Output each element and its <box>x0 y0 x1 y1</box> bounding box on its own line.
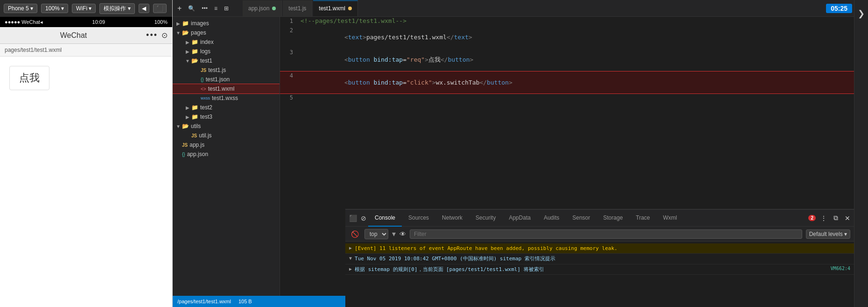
phone-demo-button[interactable]: 点我 <box>9 66 49 90</box>
tab-app-json-dot <box>272 7 276 10</box>
tree-item-logs[interactable]: ▶ 📁 logs <box>173 47 280 56</box>
devtools-tab-appdata-label: AppData <box>509 214 531 221</box>
devtools-prohibit-icon[interactable]: ⊘ <box>359 214 368 223</box>
devtools-tab-security[interactable]: Security <box>469 210 502 227</box>
folder-icon-test2: 📁 <box>191 104 198 111</box>
devtools-more-button[interactable]: ⋮ <box>819 214 829 223</box>
devtools-inspect-icon[interactable]: ⬛ <box>347 214 359 223</box>
context-select[interactable]: top <box>364 229 388 239</box>
console-entry-2: ▼ Tue Nov 05 2019 10:08:42 GMT+0800 (中国标… <box>345 254 854 264</box>
forward-button[interactable]: ⬛ <box>153 4 167 13</box>
network-dropdown[interactable]: WiFi ▾ <box>72 4 96 13</box>
devtools-tab-sources-label: Sources <box>408 214 429 221</box>
tree-item-test1[interactable]: ▼ 📂 test1 <box>173 56 280 65</box>
zoom-dropdown[interactable]: 100% ▾ <box>41 4 68 13</box>
arrow-test3: ▶ <box>184 114 191 120</box>
phone-toolbar: Phone 5 ▾ 100% ▾ WiFi ▾ 模拟操作 ▾ ◀ ⬛ <box>0 0 172 17</box>
tree-label-logs: logs <box>200 48 210 55</box>
expand-right-arrow[interactable]: ❯ <box>858 4 865 23</box>
tree-item-pages[interactable]: ▼ 📂 pages <box>173 28 280 37</box>
js-icon-app-js: JS <box>182 143 188 148</box>
error-badge: 2 <box>808 215 816 221</box>
add-tab-button[interactable]: + <box>175 3 184 14</box>
tree-item-util-js[interactable]: JS util.js <box>173 131 280 140</box>
tree-item-test1-json[interactable]: {} test1.json <box>173 75 280 84</box>
tab-test1-js-label: test1.js <box>288 5 306 12</box>
tree-label-app-json: app.json <box>187 151 208 157</box>
tree-label-test3: test3 <box>200 114 212 120</box>
devtools-tab-storage[interactable]: Storage <box>597 210 630 227</box>
clock-display: 05:25 <box>826 4 852 13</box>
layout-button[interactable]: ⊞ <box>221 4 231 13</box>
tab-app-json-label: app.json <box>248 5 269 12</box>
json-icon-app-json: {} <box>182 152 185 157</box>
devtools-tab-audits[interactable]: Audits <box>537 210 566 227</box>
phone-panel: Phone 5 ▾ 100% ▾ WiFi ▾ 模拟操作 ▾ ◀ ⬛ ●●●●●… <box>0 0 173 307</box>
tree-item-test1-wxss[interactable]: wxss test1.wxss <box>173 93 280 103</box>
operation-label: 模拟操作 <box>104 5 126 12</box>
arrow-test2: ▶ <box>184 105 191 110</box>
eye-icon[interactable]: 👁 <box>399 230 406 238</box>
devtools-tab-trace[interactable]: Trace <box>630 210 657 227</box>
devtools-tab-sensor[interactable]: Sensor <box>566 210 597 227</box>
folder-icon-test1: 📂 <box>191 57 198 64</box>
folder-icon-logs: 📁 <box>191 48 198 55</box>
tree-item-app-json[interactable]: {} app.json <box>173 150 280 159</box>
page-path-text: pages/test1/test1.wxml <box>5 47 62 53</box>
devtools-tab-network[interactable]: Network <box>435 210 469 227</box>
tree-item-test1-wxml[interactable]: <> test1.wxml <box>173 84 280 93</box>
wechat-record-btn[interactable]: ⊙ <box>161 31 168 40</box>
line-num-5: 5 <box>280 94 299 101</box>
console-arrow-2: ▼ <box>349 256 352 261</box>
more-button[interactable]: ••• <box>199 4 210 13</box>
console-filter-input[interactable] <box>410 229 802 239</box>
console-text-3: 根据 sitemap 的规则[0]，当前页面 [pages/test1/test… <box>355 266 828 273</box>
devtools-tab-audits-label: Audits <box>544 214 559 221</box>
tree-item-images[interactable]: ▶ 📁 images <box>173 19 280 28</box>
tree-item-index[interactable]: ▶ 📁 index <box>173 37 280 47</box>
clear-console-button[interactable]: 🚫 <box>349 229 361 239</box>
search-button[interactable]: 🔍 <box>185 4 198 13</box>
back-button[interactable]: ◀ <box>139 4 149 13</box>
tree-label-utils: utils <box>191 123 201 129</box>
wxml-icon-test1-wxml: <> <box>201 86 206 92</box>
time-status: 10:09 <box>92 19 105 25</box>
tree-item-app-js[interactable]: JS app.js <box>173 140 280 150</box>
tree-item-test1-js[interactable]: JS test1.js <box>173 65 280 75</box>
console-text-2: Tue Nov 05 2019 10:08:42 GMT+0800 (中国标准时… <box>355 255 850 262</box>
devtools-tab-wxml[interactable]: Wxml <box>657 210 684 227</box>
console-arrow-1: ▶ <box>349 245 352 250</box>
editor-panel: + 🔍 ••• ≡ ⊞ app.json test1.js test1.wxml <box>173 0 854 307</box>
console-entry-1: ▶ [Event] 11 listeners of event AppRoute… <box>345 243 854 254</box>
log-level-selector[interactable]: Default levels ▾ <box>806 229 850 239</box>
devtools-popout-button[interactable]: ⧉ <box>832 213 840 223</box>
file-tree: ▶ 📁 images ▼ 📂 pages ▶ 📁 index <box>173 17 280 296</box>
battery-status: 100% <box>154 19 168 25</box>
devtools-close-button[interactable]: ✕ <box>843 214 852 223</box>
tab-app-json[interactable]: app.json <box>243 0 282 16</box>
list-view-button[interactable]: ≡ <box>211 4 220 13</box>
line-content-5 <box>299 94 854 101</box>
tab-test1-wxml[interactable]: test1.wxml <box>313 0 358 16</box>
tree-item-utils[interactable]: ▼ 📂 utils <box>173 121 280 131</box>
zoom-label: 100% <box>45 5 60 12</box>
status-path: /pages/test1/test1.wxml <box>177 299 231 304</box>
json-icon-test1-json: {} <box>201 77 204 82</box>
code-line-2: 2 <text>pages/test1/test1.wxml</text> <box>280 26 854 48</box>
signal-status: ●●●●● WeChat◂ <box>5 19 43 25</box>
tab-test1-js[interactable]: test1.js <box>283 0 312 16</box>
line-num-4: 4 <box>280 72 299 79</box>
tree-item-test2[interactable]: ▶ 📁 test2 <box>173 103 280 112</box>
arrow-logs: ▶ <box>184 49 191 54</box>
devtools-tab-console[interactable]: Console <box>368 210 402 227</box>
page-path: pages/test1/test1.wxml <box>0 44 172 57</box>
devtools-tab-console-label: Console <box>375 214 395 221</box>
devtools-tab-sources[interactable]: Sources <box>402 210 435 227</box>
phone-model-dropdown[interactable]: Phone 5 ▾ <box>4 4 37 13</box>
folder-icon-utils: 📂 <box>182 123 189 129</box>
wechat-menu-dots[interactable]: ••• <box>146 30 158 40</box>
devtools-tab-appdata[interactable]: AppData <box>502 210 537 227</box>
operation-dropdown[interactable]: 模拟操作 ▾ <box>99 3 134 14</box>
console-arrow-3: ▶ <box>349 266 352 271</box>
tree-item-test3[interactable]: ▶ 📁 test3 <box>173 112 280 121</box>
